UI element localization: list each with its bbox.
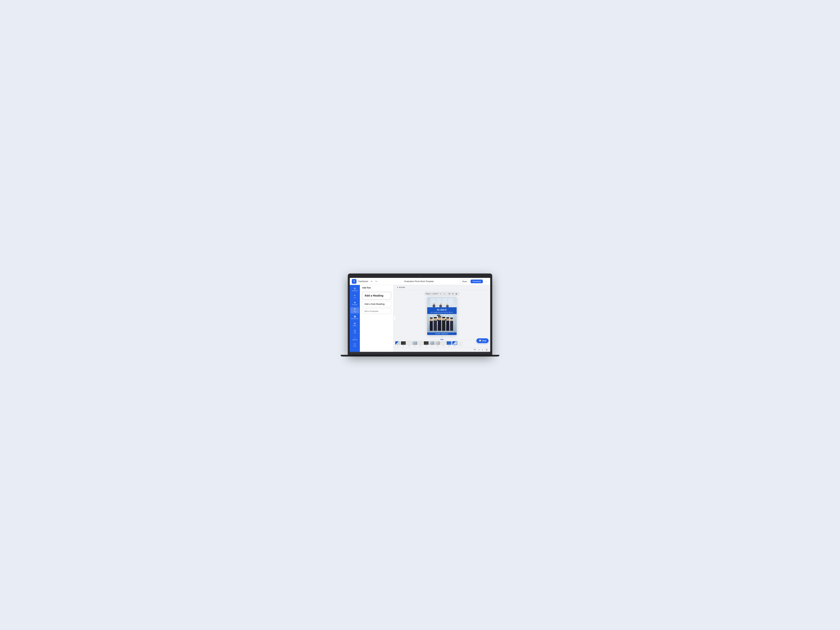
page-copy-button[interactable]: ⧉ [452,292,454,295]
thumb-num-8: 8 [437,345,438,346]
thumb-num-9: 9 [443,345,444,346]
screen: T Dashboard ↩ ↪ Graduation Photo Book Te… [350,278,490,352]
sidebar: ⊞ Templates ✏ Fill ◈ Graphics T [350,285,360,352]
svg-rect-21 [434,317,437,318]
thumbnail-6[interactable]: 6 [424,341,429,346]
thumb-img-2 [401,341,406,345]
book-photo-bottom [427,314,456,333]
add-page-button[interactable]: + [458,342,463,346]
laptop: T Dashboard ↩ ↪ Graduation Photo Book Te… [348,273,492,357]
page-add-button[interactable]: ⊞ [448,292,451,295]
sidebar-item-templates[interactable]: ⊞ Templates [351,286,359,293]
add-paragraph-button[interactable]: Add a Paragraph [362,308,391,314]
share-button[interactable]: Share [460,279,469,283]
logo-button[interactable]: T [352,279,357,284]
thumb-num-2: 2 [403,345,404,346]
svg-point-23 [438,317,441,321]
canvas-down-arrow: ∨ [441,336,442,339]
chat-fab[interactable]: 💬 Chat [477,338,488,343]
uploads-icon: ↑ [354,336,355,338]
panel-header: Add Text [360,285,393,290]
laptop-base [350,352,490,355]
thumb-num-1: 1 [397,345,398,346]
thumb-img-8 [435,341,440,345]
sidebar-label-text: Text [354,311,356,313]
svg-rect-31 [446,317,449,318]
redo-button[interactable]: ↪ [374,279,378,283]
more-button[interactable]: ··· [484,280,488,283]
sidebar-item-fill[interactable]: ✏ Fill [351,293,359,300]
sidebar-item-logo[interactable]: ◎ Logo [351,328,359,335]
thumbnail-11[interactable]: 11 [452,341,457,346]
sidebar-label-graphics: Graphics [352,304,357,306]
top-bar-actions: Share Download ··· [460,279,488,283]
app-container: T Dashboard ↩ ↪ Graduation Photo Book Te… [350,278,490,352]
thumb-img-11 [452,341,457,345]
add-subheading-button[interactable]: Add a Sub-Heading [362,301,391,307]
fit-button[interactable]: Fit [473,348,477,351]
download-button[interactable]: Download [471,279,483,283]
thumbnail-8[interactable]: 8 [435,341,440,346]
page-action-buttons: ⊞ ⧉ 🗑 [448,292,458,295]
background-icon: ▣ [354,315,356,317]
page-controls: Page 1 - Cover F ∧ ∨ ⊞ ⧉ 🗑 [424,292,459,296]
page-delete-button[interactable]: 🗑 [455,292,458,295]
thumbnail-3[interactable]: 3 [407,341,412,346]
zoom-down-button[interactable]: ∨ [481,349,484,351]
scroll-dot [440,339,444,340]
graphics-icon: ◈ [354,301,356,303]
sidebar-label-more: More [353,345,356,347]
dashboard-link[interactable]: Dashboard [358,280,368,283]
thumbnail-4[interactable]: 4 [412,341,417,346]
panel-collapse-button[interactable]: ‹ [393,316,396,321]
animate-label: Animate [399,286,405,288]
book-blue-banner: We Did It! MY GRADUATION PHOTO BOOK [427,307,456,314]
thumbnail-1[interactable]: 1 [395,341,400,346]
svg-point-33 [450,319,453,321]
thumbnail-9[interactable]: 9 [441,341,446,346]
fill-icon: ✏ [354,294,356,297]
thumbnail-10[interactable]: 10 [447,341,452,346]
thumbnail-5[interactable]: 5 [418,341,423,346]
thumb-num-10: 10 [448,345,450,346]
undo-button[interactable]: ↩ [370,279,373,283]
book-title-sub: MY GRADUATION PHOTO BOOK [429,312,455,313]
page-prev-button[interactable]: ∧ [439,292,442,295]
thumbnail-2[interactable]: 2 [401,341,406,346]
sidebar-label-background: Background [351,318,358,319]
zoom-up-button[interactable]: ∧ [478,349,480,351]
sidebar-item-more[interactable]: ••• More [351,342,359,348]
thumbnail-7[interactable]: 7 [429,341,434,346]
sidebar-item-graphics[interactable]: ◈ Graphics [351,300,359,306]
thumb-num-4: 4 [414,345,415,346]
svg-rect-28 [442,317,445,318]
thumb-img-10 [447,341,452,345]
sidebar-label-templates: Templates [352,290,358,292]
svg-rect-18 [430,317,433,319]
page-next-button[interactable]: ∨ [443,292,445,295]
grad-photo-top-svg [427,297,456,307]
canvas-scroll[interactable]: Page 1 - Cover F ∧ ∨ ⊞ ⧉ 🗑 [393,290,490,340]
svg-point-30 [446,318,449,321]
camera [419,276,421,277]
svg-rect-29 [446,321,449,331]
sidebar-item-text[interactable]: T Text [351,307,359,314]
add-heading-button[interactable]: Add a Heading [362,292,391,300]
grid-view-button[interactable]: ⊞ [485,348,488,351]
book-name-bar: AIDAN SAMUELS [427,333,456,335]
sidebar-item-tables[interactable]: ⊞ Tables [351,321,359,328]
svg-rect-34 [450,318,453,319]
svg-rect-19 [434,321,437,331]
tables-icon: ⊞ [354,322,356,325]
sidebar-item-background[interactable]: ▣ Background [351,314,359,321]
screen-bezel: T Dashboard ↩ ↪ Graduation Photo Book Te… [348,273,492,355]
animate-button[interactable]: ✦ Animate [396,286,406,289]
thumb-img-9 [441,341,446,345]
sidebar-item-uploads[interactable]: ↑ Uploads [351,335,359,341]
svg-point-10 [447,304,448,305]
thumb-img-1 [395,341,400,345]
svg-rect-24 [438,316,441,317]
text-icon: T [354,308,356,311]
thumb-num-7: 7 [432,345,432,346]
chat-icon: 💬 [479,339,481,342]
